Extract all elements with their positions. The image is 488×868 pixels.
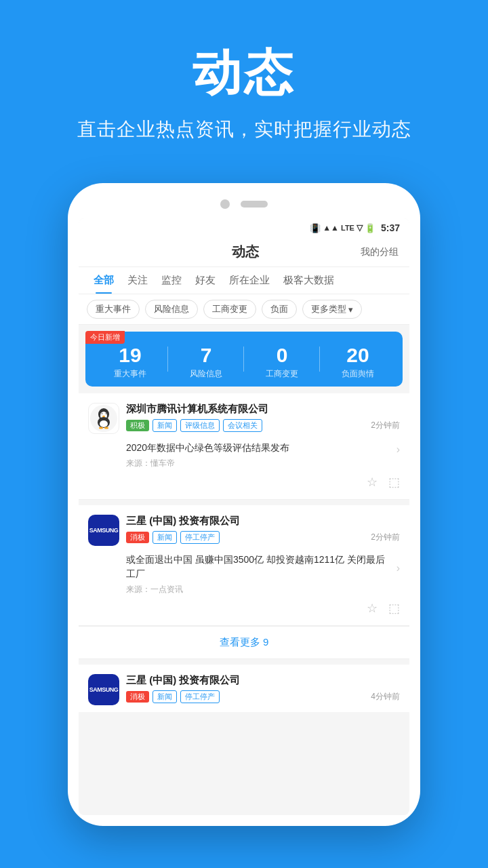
svg-point-10	[99, 427, 103, 429]
samsung-arrow-icon: ›	[396, 562, 400, 574]
tag-negative-2: 消极	[126, 691, 149, 703]
svg-point-11	[104, 427, 108, 429]
hero-subtitle: 直击企业热点资讯，实时把握行业动态	[27, 117, 461, 142]
tencent-company-name: 深圳市腾讯计算机系统有限公司	[126, 403, 268, 416]
tencent-news-content: 2020年数据中心绿色等级评估结果发布 › 来源：懂车帝	[88, 441, 400, 469]
samsung-title-row: 或全面退出中国 虽赚中国3500亿 却投资越南1211亿 关闭最后工厂 ›	[126, 553, 400, 584]
stat-risk-label: 风险信息	[168, 368, 244, 380]
hero-title: 动态	[27, 41, 461, 106]
tencent-news-actions: ☆ ⬚	[88, 469, 400, 490]
filter-chips: 重大事件 风险信息 工商变更 负面 更多类型 ▾	[79, 294, 409, 325]
today-badge: 今日新增	[85, 331, 125, 344]
chip-business-change[interactable]: 工商变更	[203, 300, 256, 319]
chip-negative[interactable]: 负面	[262, 300, 297, 319]
tag-shutdown-2: 停工停产	[180, 690, 220, 703]
tencent-time: 2分钟前	[371, 420, 400, 431]
tab-bigdata[interactable]: 极客大数据	[277, 267, 341, 294]
status-bar: 📳 ▲▲ LTE ▽ 🔋 5:37	[79, 218, 409, 236]
news-item-partial[interactable]: SAMSUNG 三星 (中国) 投资有限公司 消极 新闻 停工停产 4分钟前	[79, 665, 409, 712]
stat-negative-number: 20	[320, 344, 396, 367]
battery-icon: 🔋	[365, 223, 375, 233]
chip-more-types[interactable]: 更多类型 ▾	[302, 300, 362, 319]
stat-business-number: 0	[244, 344, 320, 367]
partial-meta: 三星 (中国) 投资有限公司 消极 新闻 停工停产 4分钟前	[126, 674, 400, 703]
chevron-down-icon: ▾	[348, 304, 353, 315]
tencent-title-row: 2020年数据中心绿色等级评估结果发布 ›	[126, 441, 400, 458]
stat-major-events: 19 重大事件	[92, 344, 168, 380]
stat-risk-number: 7	[168, 344, 244, 367]
stat-business: 0 工商变更	[244, 344, 320, 380]
tag-news-3: 新闻	[152, 690, 177, 703]
stat-negative-label: 负面舆情	[320, 368, 396, 380]
samsung-logo-text-2: SAMSUNG	[89, 686, 119, 693]
star-icon-tencent[interactable]: ☆	[367, 475, 378, 490]
stat-business-label: 工商变更	[244, 368, 320, 380]
tag-news-1: 新闻	[152, 419, 177, 432]
news-header-tencent: 深圳市腾讯计算机系统有限公司 积极 新闻 评级信息 会议相关 2分钟前	[88, 403, 400, 434]
news-meta-samsung: 三星 (中国) 投资有限公司 消极 新闻 停工停产 2分钟前	[126, 515, 400, 544]
status-time: 5:37	[381, 222, 400, 233]
tabs-container: 全部 关注 监控 好友 所在企业 极客大数据	[79, 267, 409, 294]
tag-news-2: 新闻	[152, 531, 177, 544]
samsung-company-name: 三星 (中国) 投资有限公司	[126, 515, 240, 528]
chip-risk-info[interactable]: 风险信息	[145, 300, 198, 319]
phone-screen: 📳 ▲▲ LTE ▽ 🔋 5:37 动态 我的分组 全部 关注 监控 好友	[79, 218, 409, 815]
share-icon-samsung[interactable]: ⬚	[388, 601, 400, 616]
tencent-logo	[88, 403, 119, 434]
samsung-logo: SAMSUNG	[88, 515, 119, 546]
phone-wrapper: 📳 ▲▲ LTE ▽ 🔋 5:37 动态 我的分组 全部 关注 监控 好友	[0, 163, 488, 826]
samsung-news-source: 来源：一点资讯	[126, 584, 400, 595]
chip-major-events[interactable]: 重大事件	[87, 300, 140, 319]
svg-point-5	[102, 413, 103, 414]
phone-camera	[220, 199, 230, 209]
svg-point-6	[106, 413, 107, 414]
phone-top-bar	[79, 194, 409, 218]
samsung-logo-2: SAMSUNG	[88, 674, 119, 705]
see-more-button[interactable]: 查看更多 9	[79, 626, 409, 659]
tab-all[interactable]: 全部	[87, 267, 121, 294]
my-groups-button[interactable]: 我的分组	[361, 246, 399, 258]
lte-icon: LTE	[341, 224, 354, 232]
samsung-news-content: 或全面退出中国 虽赚中国3500亿 却投资越南1211亿 关闭最后工厂 › 来源…	[88, 553, 400, 595]
tab-follow[interactable]: 关注	[121, 267, 155, 294]
news-meta-tencent: 深圳市腾讯计算机系统有限公司 积极 新闻 评级信息 会议相关 2分钟前	[126, 403, 400, 432]
tag-meeting: 会议相关	[223, 419, 262, 432]
share-icon-tencent[interactable]: ⬚	[388, 475, 400, 490]
tab-company[interactable]: 所在企业	[222, 267, 277, 294]
phone-speaker	[241, 201, 268, 208]
tab-monitor[interactable]: 监控	[155, 267, 188, 294]
stat-negative: 20 负面舆情	[320, 344, 396, 380]
tencent-icon	[89, 403, 119, 433]
partial-time: 4分钟前	[371, 691, 400, 703]
stats-card: 今日新增 19 重大事件 7 风险信息 0 工商变更 20	[85, 332, 403, 387]
stat-major-number: 19	[92, 344, 168, 367]
vibrate-icon: 📳	[310, 223, 321, 233]
tag-shutdown: 停工停产	[180, 531, 220, 544]
news-item-tencent[interactable]: 深圳市腾讯计算机系统有限公司 积极 新闻 评级信息 会议相关 2分钟前 202	[79, 393, 409, 500]
phone-outer: 📳 ▲▲ LTE ▽ 🔋 5:37 动态 我的分组 全部 关注 监控 好友	[68, 183, 420, 826]
stat-risk: 7 风险信息	[168, 344, 244, 380]
samsung-logo-text: SAMSUNG	[89, 527, 119, 534]
partial-company-name: 三星 (中国) 投资有限公司	[126, 674, 400, 687]
app-header-title: 动态	[130, 243, 361, 261]
tag-rating: 评级信息	[180, 419, 220, 432]
samsung-news-actions: ☆ ⬚	[88, 595, 400, 616]
stat-major-label: 重大事件	[92, 368, 168, 380]
tag-negative: 消极	[126, 532, 149, 543]
partial-header: SAMSUNG 三星 (中国) 投资有限公司 消极 新闻 停工停产 4分钟前	[88, 674, 400, 705]
app-header: 动态 我的分组	[79, 236, 409, 267]
star-icon-samsung[interactable]: ☆	[367, 601, 378, 616]
news-item-samsung[interactable]: SAMSUNG 三星 (中国) 投资有限公司 消极 新闻 停工停产 2分钟前	[79, 505, 409, 626]
stats-row: 19 重大事件 7 风险信息 0 工商变更 20 负面舆情	[92, 341, 396, 380]
signal-icon: ▲▲	[323, 223, 339, 233]
tencent-news-source: 来源：懂车帝	[126, 458, 400, 469]
news-header-samsung: SAMSUNG 三星 (中国) 投资有限公司 消极 新闻 停工停产 2分钟前	[88, 515, 400, 546]
wifi-icon: ▽	[357, 223, 363, 233]
tencent-news-title: 2020年数据中心绿色等级评估结果发布	[126, 441, 289, 455]
status-icons: 📳 ▲▲ LTE ▽ 🔋	[310, 223, 375, 233]
tab-friends[interactable]: 好友	[188, 267, 222, 294]
svg-point-9	[100, 420, 108, 427]
samsung-news-title: 或全面退出中国 虽赚中国3500亿 却投资越南1211亿 关闭最后工厂	[126, 553, 392, 581]
samsung-time: 2分钟前	[371, 532, 400, 543]
hero-section: 动态 直击企业热点资讯，实时把握行业动态	[0, 0, 488, 163]
